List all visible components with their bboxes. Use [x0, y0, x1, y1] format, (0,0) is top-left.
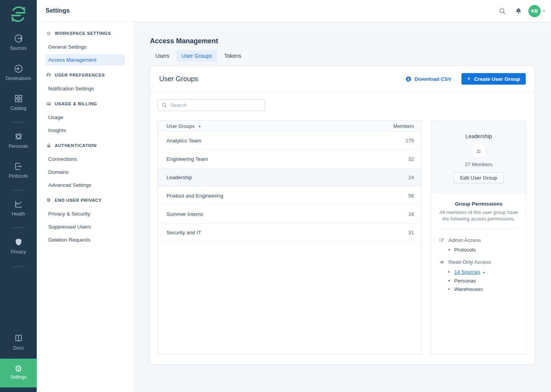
rail-item-destinations[interactable]: Destinations [0, 64, 37, 81]
sidebar-item-usage[interactable]: Usage [37, 111, 134, 124]
group-members: 56 [379, 193, 421, 199]
tab-user-groups[interactable]: User Groups [176, 50, 217, 62]
group-detail-title: Leadership [431, 133, 526, 139]
search-box [158, 99, 265, 111]
sidebar-item-general-settings[interactable]: General Settings [37, 41, 134, 54]
sidebar-item-notification-settings[interactable]: Notification Settings [37, 82, 134, 95]
sidebar-section-end-user-privacy: END USER PRIVACY [37, 198, 134, 203]
card-title: User Groups [159, 75, 405, 83]
card-header: User Groups Download CSV + Create User G… [150, 66, 535, 92]
rail-item-health[interactable]: Health [0, 199, 37, 217]
admin-access-label: Admin Access [448, 237, 481, 243]
table-row-selected[interactable]: Leadership 24 [158, 168, 421, 187]
edit-square-icon [439, 237, 445, 243]
download-csv-button[interactable]: Download CSV [405, 76, 452, 82]
list-item: Warehouses [439, 285, 518, 294]
sidebar-item-insights[interactable]: Insights [37, 124, 134, 137]
group-name: Security and IT [158, 230, 379, 235]
chevron-down-icon[interactable]: ▾ [483, 269, 485, 277]
permissions-description: All members of this user group have the … [439, 209, 518, 222]
segment-logo-icon[interactable] [9, 5, 28, 23]
admin-access-row: Admin Access [439, 237, 518, 243]
avatar-caret-icon[interactable]: ▾ [543, 9, 545, 13]
sidebar-item-access-management[interactable]: Access Management [46, 54, 125, 65]
table-row[interactable]: Engineering Team 32 [158, 150, 421, 168]
list-item: Protocols [439, 246, 518, 254]
rail-item-catalog[interactable]: Catalog [0, 94, 37, 111]
group-members-count: 27 Members [431, 162, 526, 167]
access-management-heading: Access Management [150, 37, 218, 45]
group-members: 24 [379, 175, 421, 180]
rail-label: Catalog [0, 106, 37, 111]
sidebar-item-connections[interactable]: Connections [37, 153, 134, 166]
rail-label: Health [0, 211, 37, 217]
privacy-shield-icon [0, 237, 37, 247]
section-title: AUTHENTICATION [55, 143, 97, 148]
rail-divider [12, 122, 24, 122]
table-row[interactable]: Summer Interns 16 [158, 205, 421, 224]
rail-item-privacy[interactable]: Privacy [0, 237, 37, 255]
rail-item-personas[interactable]: Personas [0, 132, 37, 149]
sidebar-section-user-preferences: USER PREFERENCES [37, 72, 134, 78]
docs-icon [0, 333, 37, 343]
rail-item-sources[interactable]: Sources [0, 34, 37, 51]
sidebar-item-privacy-security[interactable]: Privacy & Security [37, 207, 134, 220]
sidebar-item-advanced-settings[interactable]: Advanced Settings [37, 179, 134, 192]
group-members-icon [475, 147, 483, 155]
edit-user-group-button[interactable]: Edit User Group [453, 172, 504, 183]
group-name: Summer Interns [158, 211, 379, 217]
user-groups-table: User Groups ▲ Members Analytics Team 175… [158, 120, 421, 354]
section-title: USAGE & BILLING [55, 101, 97, 106]
readonly-access-list: 14 Sources▾ Personas Warehouses [439, 268, 518, 294]
table-row[interactable]: Security and IT 31 [158, 224, 421, 242]
group-name: Product and Engineering [158, 193, 379, 199]
sidebar-item-domains[interactable]: Domains [37, 166, 134, 179]
table-row[interactable]: Analytics Team 175 [158, 132, 421, 150]
group-detail-summary: Leadership 27 Members Edit User Group [431, 121, 526, 194]
sidebar-item-deletion-requests[interactable]: Deletion Requests [37, 234, 134, 247]
readonly-access-label: Read-Only Access [448, 259, 491, 265]
sources-link[interactable]: 14 Sources [454, 269, 480, 275]
rail-item-protocols[interactable]: Protocols [0, 162, 37, 179]
sidebar-section-workspace: ⚙ WORKSPACE SETTINGS [37, 31, 134, 36]
rail-label: Sources [0, 46, 37, 51]
settings-sidebar: ⚙ WORKSPACE SETTINGS General Settings Ac… [37, 22, 135, 392]
rail-label: Settings [0, 374, 37, 380]
search-input[interactable] [170, 102, 261, 108]
group-name: Leadership [158, 175, 379, 180]
sidebar-item-suppressed-users[interactable]: Suppressed Users [37, 220, 134, 234]
group-detail-panel: Leadership 27 Members Edit User Group Gr… [431, 120, 527, 354]
rail-item-docs[interactable]: Docs [0, 333, 37, 351]
lock-icon [46, 143, 51, 148]
group-avatar [472, 144, 486, 158]
rail-item-settings-active[interactable]: ⚙ Settings [0, 359, 37, 387]
settings-gear-icon: ⚙ [0, 364, 37, 373]
search-icon[interactable] [499, 7, 506, 15]
tab-users[interactable]: Users [150, 50, 175, 62]
protocols-icon [0, 162, 37, 172]
plus-icon: + [467, 75, 471, 82]
column-label: User Groups [166, 123, 195, 129]
topbar-actions: KB ▾ [499, 0, 545, 22]
main-content: Access Management Users User Groups Toke… [135, 22, 551, 392]
avatar[interactable]: KB [528, 5, 541, 17]
search-icon [161, 102, 167, 108]
column-members[interactable]: Members [379, 123, 421, 129]
group-members: 16 [379, 211, 421, 217]
column-user-groups[interactable]: User Groups ▲ [158, 123, 379, 129]
group-name: Engineering Team [158, 156, 379, 162]
rail-divider [12, 227, 24, 228]
section-title: USER PREFERENCES [55, 73, 105, 77]
sidebar-section-authentication: AUTHENTICATION [37, 143, 134, 148]
health-icon [0, 199, 37, 209]
create-user-group-label: Create User Group [474, 76, 520, 82]
sort-asc-icon: ▲ [198, 124, 201, 128]
group-members: 175 [379, 138, 421, 144]
gear-icon: ⚙ [46, 31, 51, 36]
notifications-bell-icon[interactable] [515, 7, 522, 15]
table-row[interactable]: Product and Engineering 56 [158, 187, 421, 205]
rail-divider [12, 190, 24, 190]
create-user-group-button[interactable]: + Create User Group [461, 73, 526, 85]
personas-icon [0, 132, 37, 142]
tab-tokens[interactable]: Tokens [219, 50, 246, 62]
